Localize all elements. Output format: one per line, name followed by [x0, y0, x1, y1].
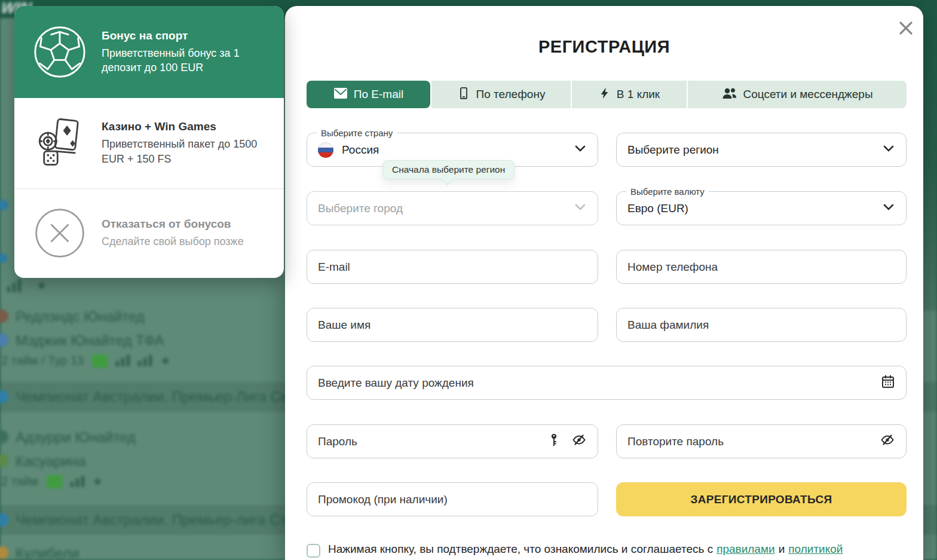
- last-name-field-wrap: [616, 308, 907, 342]
- phone-icon: [457, 86, 470, 103]
- stats-icon: [138, 355, 152, 366]
- bonus-option-text: Бонус на спорт Приветственный бонус за 1…: [102, 29, 272, 75]
- tab-one-click[interactable]: В 1 клик: [572, 81, 687, 108]
- generate-password-icon[interactable]: [549, 432, 563, 451]
- phone-field-wrap: [616, 250, 907, 284]
- bonus-title: Отказаться от бонусов: [102, 218, 244, 231]
- password-repeat-field-wrap: [616, 424, 907, 458]
- agreement-text: Нажимая кнопку, вы подтверждаете, что оз…: [328, 543, 846, 556]
- toggle-password-visibility-icon[interactable]: [571, 433, 587, 450]
- match-action-icons: ★: [7, 279, 47, 292]
- page-title: РЕГИСТРАЦИЯ: [285, 37, 923, 57]
- favorite-icon: ★: [160, 354, 170, 368]
- team-logo: [0, 333, 8, 347]
- favorite-icon: ★: [36, 279, 47, 292]
- last-name-field[interactable]: [627, 319, 895, 332]
- bonus-option-text: Отказаться от бонусов Сделайте свой выбо…: [102, 218, 244, 249]
- currency-select-value: Евро (EUR): [627, 202, 876, 215]
- football-icon: [32, 25, 87, 79]
- bonus-subtitle: Приветственный бонус за 1 депозит до 100…: [102, 46, 272, 75]
- region-select-placeholder: Выберите регион: [627, 143, 876, 157]
- live-badge: [92, 354, 108, 368]
- bonus-option-casino[interactable]: Казино + Win Games Приветственный пакет …: [14, 98, 284, 189]
- currency-select[interactable]: Выберите валюту Евро (EUR): [616, 191, 907, 225]
- league-icon: [0, 253, 7, 263]
- social-icon: [721, 87, 737, 103]
- country-select-value: Россия: [342, 143, 568, 157]
- agreement-prefix: Нажимая кнопку, вы подтверждаете, что оз…: [328, 543, 713, 555]
- favorite-icon: ★: [93, 475, 103, 488]
- decline-icon: [32, 207, 87, 259]
- password-field-wrap: [307, 424, 598, 458]
- stats-icon: [116, 355, 130, 366]
- promo-code-field[interactable]: [318, 493, 587, 506]
- bonus-option-decline[interactable]: Отказаться от бонусов Сделайте свой выбо…: [14, 189, 284, 277]
- register-button[interactable]: ЗАРЕГИСТРИРОВАТЬСЯ: [616, 482, 907, 516]
- bonus-subtitle: Сделайте свой выбор позже: [102, 234, 244, 249]
- table-row: Редлэндс Юнайтед: [0, 308, 145, 325]
- team-logo: [0, 454, 8, 467]
- tab-social[interactable]: Соцсети и мессенджеры: [688, 81, 907, 108]
- league-icon: [0, 200, 8, 210]
- chevron-down-icon: [574, 142, 587, 158]
- close-icon[interactable]: [897, 19, 915, 37]
- chevron-down-icon: [882, 142, 895, 158]
- bonus-title: Бонус на спорт: [102, 29, 272, 42]
- table-row: Мэджик Юнайтед ТФА: [0, 332, 164, 349]
- email-field[interactable]: [318, 261, 587, 274]
- region-select[interactable]: Выберите регион: [616, 133, 907, 167]
- rules-link[interactable]: правилами: [716, 543, 774, 555]
- promo-code-field-wrap: [307, 482, 598, 516]
- league-icon: [0, 513, 8, 527]
- agreement-conjunction: и: [779, 543, 785, 555]
- city-select-placeholder: Выберите город: [318, 202, 568, 215]
- bonus-option-sport[interactable]: Бонус на спорт Приветственный бонус за 1…: [14, 6, 284, 98]
- calendar-icon[interactable]: [881, 374, 895, 391]
- region-tooltip: Сначала выберите регион: [382, 160, 515, 179]
- first-name-field[interactable]: [318, 319, 587, 332]
- registration-modal: РЕГИСТРАЦИЯ По E-mail По телефону В 1 кл…: [285, 6, 923, 560]
- birth-date-field-wrap: [307, 366, 907, 400]
- password-field[interactable]: [318, 435, 540, 448]
- league-icon: [0, 390, 8, 403]
- table-row: Касуарина: [0, 453, 86, 470]
- chevron-down-icon: [574, 200, 587, 216]
- match-meta-row: 2 тайм ★: [1, 475, 103, 488]
- birth-date-field[interactable]: [318, 377, 872, 390]
- chevron-down-icon: [882, 200, 895, 216]
- city-select[interactable]: Выберите город: [307, 191, 598, 225]
- currency-select-label: Выберите валюту: [626, 186, 709, 198]
- tab-phone[interactable]: По телефону: [431, 81, 571, 108]
- email-icon: [333, 87, 348, 102]
- team-logo: [0, 546, 8, 559]
- live-badge: [47, 475, 62, 488]
- bonus-title: Казино + Win Games: [102, 120, 272, 133]
- policy-link[interactable]: политикой: [788, 543, 843, 555]
- tab-email[interactable]: По E-mail: [307, 81, 430, 108]
- casino-icon: [32, 117, 87, 170]
- table-row: Кулибели: [0, 545, 79, 560]
- country-select-label: Выберите страну: [317, 127, 397, 139]
- bonus-subtitle: Приветственный пакет до 1500 EUR + 150 F…: [102, 137, 272, 166]
- one-click-icon: [599, 86, 611, 103]
- russia-flag-icon: [318, 142, 333, 158]
- team-logo: [0, 310, 8, 323]
- agreement-checkbox[interactable]: [307, 544, 320, 558]
- registration-tabs: По E-mail По телефону В 1 клик Соцсети и…: [307, 81, 907, 108]
- email-field-wrap: [307, 250, 598, 284]
- first-name-field-wrap: [307, 308, 598, 342]
- stats-icon: [71, 476, 84, 487]
- bonus-selector-panel: Бонус на спорт Приветственный бонус за 1…: [14, 6, 284, 278]
- match-meta-row: 2 тайм / Тур 13 ★: [1, 354, 170, 368]
- table-row: Адзурри Юнайтед: [0, 429, 136, 446]
- agreement-row: Нажимая кнопку, вы подтверждаете, что оз…: [307, 543, 907, 558]
- toggle-password-visibility-icon[interactable]: [880, 433, 895, 450]
- phone-field[interactable]: [627, 261, 895, 274]
- team-logo: [0, 430, 8, 443]
- password-repeat-field[interactable]: [627, 435, 871, 448]
- bonus-option-text: Казино + Win Games Приветственный пакет …: [102, 120, 272, 166]
- stats-icon: [7, 279, 21, 292]
